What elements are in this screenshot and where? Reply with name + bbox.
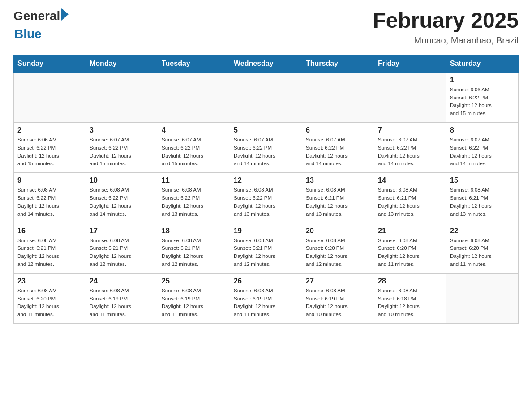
day-number: 28: [378, 277, 442, 285]
day-number: 24: [90, 277, 154, 285]
day-number: 12: [234, 176, 298, 184]
title-block: February 2025 Moncao, Maranhao, Brazil: [373, 9, 519, 46]
day-number: 4: [162, 126, 226, 134]
day-info: Sunrise: 6:07 AM Sunset: 6:22 PM Dayligh…: [162, 136, 226, 168]
calendar-cell: [302, 72, 374, 122]
day-info: Sunrise: 6:08 AM Sunset: 6:20 PM Dayligh…: [450, 237, 515, 269]
calendar-cell: 23Sunrise: 6:08 AM Sunset: 6:20 PM Dayli…: [14, 273, 86, 323]
day-info: Sunrise: 6:08 AM Sunset: 6:20 PM Dayligh…: [378, 237, 442, 269]
day-number: 16: [17, 227, 82, 235]
day-info: Sunrise: 6:08 AM Sunset: 6:21 PM Dayligh…: [234, 237, 298, 269]
day-info: Sunrise: 6:07 AM Sunset: 6:22 PM Dayligh…: [90, 136, 154, 168]
day-info: Sunrise: 6:08 AM Sunset: 6:22 PM Dayligh…: [17, 186, 82, 218]
page-header: General Blue February 2025 Moncao, Maran…: [13, 9, 519, 46]
logo-arrow-icon: [61, 8, 69, 21]
calendar-cell: 16Sunrise: 6:08 AM Sunset: 6:21 PM Dayli…: [14, 223, 86, 273]
calendar-cell: 26Sunrise: 6:08 AM Sunset: 6:19 PM Dayli…: [230, 273, 302, 323]
day-number: 9: [17, 176, 82, 184]
day-number: 27: [306, 277, 370, 285]
calendar-cell: 8Sunrise: 6:07 AM Sunset: 6:22 PM Daylig…: [446, 123, 519, 173]
day-info: Sunrise: 6:08 AM Sunset: 6:18 PM Dayligh…: [378, 287, 442, 319]
calendar-cell: 13Sunrise: 6:08 AM Sunset: 6:21 PM Dayli…: [302, 173, 374, 223]
day-number: 21: [378, 227, 442, 235]
day-info: Sunrise: 6:08 AM Sunset: 6:19 PM Dayligh…: [162, 287, 226, 319]
day-number: 13: [306, 176, 370, 184]
calendar-title: February 2025: [373, 9, 519, 33]
calendar-cell: [158, 72, 230, 122]
day-number: 2: [17, 126, 82, 134]
calendar-week-row-1: 1Sunrise: 6:06 AM Sunset: 6:22 PM Daylig…: [14, 72, 519, 122]
calendar-cell: 3Sunrise: 6:07 AM Sunset: 6:22 PM Daylig…: [86, 123, 158, 173]
calendar-cell: [446, 273, 519, 323]
day-info: Sunrise: 6:07 AM Sunset: 6:22 PM Dayligh…: [306, 136, 370, 168]
calendar-cell: 27Sunrise: 6:08 AM Sunset: 6:19 PM Dayli…: [302, 273, 374, 323]
day-number: 8: [450, 126, 515, 134]
calendar-cell: [374, 72, 446, 122]
calendar-cell: 14Sunrise: 6:08 AM Sunset: 6:21 PM Dayli…: [374, 173, 446, 223]
day-info: Sunrise: 6:06 AM Sunset: 6:22 PM Dayligh…: [450, 86, 515, 118]
calendar-cell: 6Sunrise: 6:07 AM Sunset: 6:22 PM Daylig…: [302, 123, 374, 173]
day-info: Sunrise: 6:08 AM Sunset: 6:21 PM Dayligh…: [378, 186, 442, 218]
day-number: 11: [162, 176, 226, 184]
day-number: 10: [90, 176, 154, 184]
weekday-header-friday: Friday: [374, 55, 446, 72]
weekday-header-thursday: Thursday: [302, 55, 374, 72]
calendar-cell: 22Sunrise: 6:08 AM Sunset: 6:20 PM Dayli…: [446, 223, 519, 273]
calendar-cell: 4Sunrise: 6:07 AM Sunset: 6:22 PM Daylig…: [158, 123, 230, 173]
logo-blue-text: Blue: [14, 27, 69, 41]
day-info: Sunrise: 6:07 AM Sunset: 6:22 PM Dayligh…: [378, 136, 442, 168]
calendar-subtitle: Moncao, Maranhao, Brazil: [373, 35, 519, 46]
calendar-table: SundayMondayTuesdayWednesdayThursdayFrid…: [13, 55, 519, 324]
day-number: 1: [450, 76, 515, 84]
day-info: Sunrise: 6:08 AM Sunset: 6:22 PM Dayligh…: [234, 186, 298, 218]
calendar-cell: 12Sunrise: 6:08 AM Sunset: 6:22 PM Dayli…: [230, 173, 302, 223]
day-info: Sunrise: 6:07 AM Sunset: 6:22 PM Dayligh…: [234, 136, 298, 168]
day-number: 18: [162, 227, 226, 235]
day-number: 22: [450, 227, 515, 235]
day-info: Sunrise: 6:08 AM Sunset: 6:20 PM Dayligh…: [306, 237, 370, 269]
day-number: 19: [234, 227, 298, 235]
logo: General Blue: [13, 9, 69, 41]
day-info: Sunrise: 6:08 AM Sunset: 6:21 PM Dayligh…: [90, 237, 154, 269]
logo-general-text: General: [13, 9, 60, 23]
day-number: 25: [162, 277, 226, 285]
calendar-cell: 21Sunrise: 6:08 AM Sunset: 6:20 PM Dayli…: [374, 223, 446, 273]
day-number: 5: [234, 126, 298, 134]
calendar-cell: [230, 72, 302, 122]
calendar-week-row-3: 9Sunrise: 6:08 AM Sunset: 6:22 PM Daylig…: [14, 173, 519, 223]
day-number: 7: [378, 126, 442, 134]
weekday-header-sunday: Sunday: [14, 55, 86, 72]
day-info: Sunrise: 6:08 AM Sunset: 6:21 PM Dayligh…: [162, 237, 226, 269]
day-number: 3: [90, 126, 154, 134]
day-info: Sunrise: 6:08 AM Sunset: 6:21 PM Dayligh…: [450, 186, 515, 218]
calendar-cell: 11Sunrise: 6:08 AM Sunset: 6:22 PM Dayli…: [158, 173, 230, 223]
day-number: 23: [17, 277, 82, 285]
day-number: 14: [378, 176, 442, 184]
calendar-cell: 7Sunrise: 6:07 AM Sunset: 6:22 PM Daylig…: [374, 123, 446, 173]
weekday-header-tuesday: Tuesday: [158, 55, 230, 72]
calendar-cell: 25Sunrise: 6:08 AM Sunset: 6:19 PM Dayli…: [158, 273, 230, 323]
calendar-week-row-2: 2Sunrise: 6:06 AM Sunset: 6:22 PM Daylig…: [14, 123, 519, 173]
calendar-cell: 1Sunrise: 6:06 AM Sunset: 6:22 PM Daylig…: [446, 72, 519, 122]
calendar-cell: 19Sunrise: 6:08 AM Sunset: 6:21 PM Dayli…: [230, 223, 302, 273]
calendar-cell: [14, 72, 86, 122]
day-info: Sunrise: 6:08 AM Sunset: 6:19 PM Dayligh…: [90, 287, 154, 319]
day-number: 17: [90, 227, 154, 235]
weekday-header-wednesday: Wednesday: [230, 55, 302, 72]
weekday-header-saturday: Saturday: [446, 55, 519, 72]
calendar-cell: 20Sunrise: 6:08 AM Sunset: 6:20 PM Dayli…: [302, 223, 374, 273]
calendar-cell: 18Sunrise: 6:08 AM Sunset: 6:21 PM Dayli…: [158, 223, 230, 273]
calendar-cell: 9Sunrise: 6:08 AM Sunset: 6:22 PM Daylig…: [14, 173, 86, 223]
day-info: Sunrise: 6:08 AM Sunset: 6:21 PM Dayligh…: [306, 186, 370, 218]
day-number: 6: [306, 126, 370, 134]
calendar-cell: 5Sunrise: 6:07 AM Sunset: 6:22 PM Daylig…: [230, 123, 302, 173]
day-number: 26: [234, 277, 298, 285]
weekday-header-row: SundayMondayTuesdayWednesdayThursdayFrid…: [14, 55, 519, 72]
weekday-header-monday: Monday: [86, 55, 158, 72]
day-info: Sunrise: 6:08 AM Sunset: 6:22 PM Dayligh…: [90, 186, 154, 218]
day-number: 20: [306, 227, 370, 235]
day-info: Sunrise: 6:06 AM Sunset: 6:22 PM Dayligh…: [17, 136, 82, 168]
day-info: Sunrise: 6:08 AM Sunset: 6:19 PM Dayligh…: [234, 287, 298, 319]
calendar-cell: 2Sunrise: 6:06 AM Sunset: 6:22 PM Daylig…: [14, 123, 86, 173]
calendar-cell: 24Sunrise: 6:08 AM Sunset: 6:19 PM Dayli…: [86, 273, 158, 323]
